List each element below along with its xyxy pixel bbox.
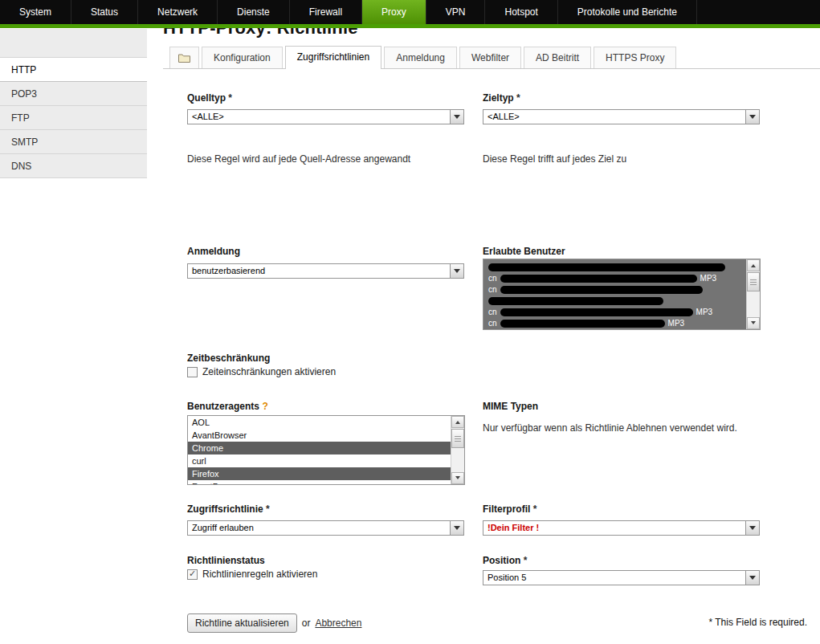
sidebar-item-smtp[interactable]: SMTP <box>0 130 147 154</box>
position-label-text: Position <box>483 555 520 566</box>
anmeldung-label: Anmeldung <box>187 246 240 257</box>
nav-item-netzwerk[interactable]: Netzwerk <box>138 0 218 24</box>
anmeldung-value: benutzerbasierend <box>188 264 450 278</box>
required-star: * <box>533 503 537 515</box>
allowed-user-entry[interactable] <box>483 262 746 273</box>
zieltyp-select[interactable]: <ALLE> <box>483 109 760 124</box>
scroll-up-button[interactable] <box>451 416 464 428</box>
sidebar-spacer <box>0 29 147 58</box>
zieltyp-dropdown-button[interactable] <box>745 110 759 124</box>
nav-item-proxy[interactable]: Proxy <box>362 0 426 24</box>
zeitbeschraenkung-row: Zeiteinschränkungen aktivieren <box>187 366 336 377</box>
required-star: * <box>524 555 528 566</box>
redaction-bar <box>488 297 663 305</box>
position-select[interactable]: Position 5 <box>483 570 760 585</box>
position-value: Position 5 <box>483 571 745 585</box>
richtlinienstatus-label: Richtlinienstatus <box>187 555 265 566</box>
user-agents-listbox[interactable]: AOLAvantBrowserChromecurlFirefoxFrontPag… <box>187 415 465 485</box>
cancel-link[interactable]: Abbrechen <box>315 618 361 629</box>
ua-option-frontpage[interactable]: FrontPage <box>188 480 451 484</box>
ua-option-curl[interactable]: curl <box>188 454 451 467</box>
ua-option-avantbrowser[interactable]: AvantBrowser <box>188 429 451 442</box>
ua-option-firefox[interactable]: Firefox <box>188 467 451 480</box>
redaction-bar <box>500 308 693 316</box>
zieltyp-label-text: Zieltyp <box>483 92 514 104</box>
filterprofil-dropdown-button[interactable] <box>745 521 759 535</box>
zeitbeschraenkung-checkbox-label: Zeiteinschränkungen aktivieren <box>202 366 336 377</box>
sidebar-item-http[interactable]: HTTP <box>0 58 147 82</box>
anmeldung-dropdown-button[interactable] <box>450 264 463 278</box>
allowed-user-entry[interactable]: cnMP3 <box>483 318 746 329</box>
chevron-down-icon <box>749 526 756 533</box>
tab-konfiguration[interactable]: Konfiguration <box>202 47 283 68</box>
anmeldung-select[interactable]: benutzerbasierend <box>187 263 464 279</box>
zieltyp-help-text: Diese Regel trifft auf jedes Ziel zu <box>483 153 626 165</box>
zeitbeschraenkung-checkbox[interactable] <box>187 367 198 377</box>
nav-item-system[interactable]: System <box>0 0 71 24</box>
nav-item-dienste[interactable]: Dienste <box>218 0 290 24</box>
allowed-user-entry[interactable]: cn <box>483 284 746 296</box>
scroll-down-button[interactable] <box>451 472 464 484</box>
tab-ad-beitritt[interactable]: AD Beitritt <box>524 47 591 68</box>
sidebar-list: HTTPPOP3FTPSMTPDNS <box>0 58 147 178</box>
quelltyp-dropdown-button[interactable] <box>450 110 463 124</box>
allowed-user-entry[interactable] <box>483 296 746 307</box>
page-title: HTTP-Proxy: Richtlinie <box>163 28 508 39</box>
tab-zugriffsrichtlinien[interactable]: Zugriffsrichtlinien <box>285 46 381 69</box>
quelltyp-label: Quelltyp * <box>187 92 232 104</box>
richtlinienstatus-checkbox[interactable] <box>187 569 198 580</box>
sidebar: HTTPPOP3FTPSMTPDNS <box>0 29 147 178</box>
chevron-down-icon <box>454 115 460 122</box>
quelltyp-value: <ALLE> <box>188 110 450 124</box>
zugriffsrichtlinie-select[interactable]: Zugriff erlauben <box>187 520 464 536</box>
position-label: Position * <box>483 555 527 566</box>
filterprofil-select[interactable]: !Dein Filter ! <box>483 520 760 536</box>
zugriffsrichtlinie-dropdown-button[interactable] <box>450 521 463 535</box>
zugriffsrichtlinie-value: Zugriff erlauben <box>188 521 450 535</box>
nav-item-firewall[interactable]: Firewall <box>290 0 362 24</box>
ua-option-aol[interactable]: AOL <box>188 416 451 429</box>
required-note: * This Field is required. <box>709 617 808 628</box>
tab-webfilter[interactable]: Webfilter <box>459 47 521 68</box>
user-agents-list: AOLAvantBrowserChromecurlFirefoxFrontPag… <box>188 416 451 484</box>
help-icon[interactable]: ? <box>262 401 267 412</box>
scroll-down-button[interactable] <box>747 317 760 329</box>
sidebar-item-dns[interactable]: DNS <box>0 154 147 178</box>
tab-https-proxy[interactable]: HTTPS Proxy <box>594 47 676 68</box>
nav-item-status[interactable]: Status <box>71 0 138 24</box>
scroll-track[interactable] <box>451 428 464 472</box>
scroll-thumb[interactable] <box>747 272 760 291</box>
ua-option-chrome[interactable]: Chrome <box>188 442 451 454</box>
filterprofil-label: Filterprofil * <box>483 503 536 515</box>
folder-icon <box>178 53 190 63</box>
form-actions: Richtline aktualisieren or Abbrechen <box>187 613 361 633</box>
allowed-users-list: cnMP3cncnMP3cnMP3 <box>483 259 746 329</box>
sidebar-item-pop3[interactable]: POP3 <box>0 82 147 106</box>
nav-item-vpn[interactable]: VPN <box>426 0 486 24</box>
position-dropdown-button[interactable] <box>745 571 759 585</box>
sidebar-item-ftp[interactable]: FTP <box>0 106 147 130</box>
allowed-users-listbox[interactable]: cnMP3cncnMP3cnMP3 <box>483 259 761 330</box>
quelltyp-select[interactable]: <ALLE> <box>187 109 464 124</box>
allowed-user-entry[interactable]: cnMP3 <box>483 273 746 284</box>
tab-folder[interactable] <box>169 47 199 68</box>
required-star: * <box>516 92 520 104</box>
allowed-users-scrollbar[interactable] <box>746 259 760 329</box>
http-proxy-policy-page: SystemStatusNetzwerkDiensteFirewallProxy… <box>0 0 820 644</box>
chevron-down-icon <box>454 269 460 276</box>
benutzeragents-label: Benutzeragents ? <box>187 401 268 412</box>
user-agents-scrollbar[interactable] <box>451 416 464 484</box>
scroll-up-button[interactable] <box>747 259 760 271</box>
filterprofil-label-text: Filterprofil <box>483 503 530 515</box>
arrow-up-icon <box>455 418 460 424</box>
allowed-user-entry[interactable]: cnMP3 <box>483 307 746 318</box>
tab-anmeldung[interactable]: Anmeldung <box>384 47 457 68</box>
scroll-thumb[interactable] <box>451 429 464 448</box>
richtlinienstatus-checkbox-label: Richtlinienregeln aktivieren <box>202 569 317 580</box>
scroll-track[interactable] <box>747 271 760 317</box>
zieltyp-label: Zieltyp * <box>483 92 520 104</box>
update-policy-button[interactable]: Richtline aktualisieren <box>187 613 297 633</box>
arrow-up-icon <box>751 262 756 267</box>
nav-item-protokolle-und-berichte[interactable]: Protokolle und Berichte <box>558 0 697 24</box>
nav-item-hotspot[interactable]: Hotspot <box>485 0 557 24</box>
